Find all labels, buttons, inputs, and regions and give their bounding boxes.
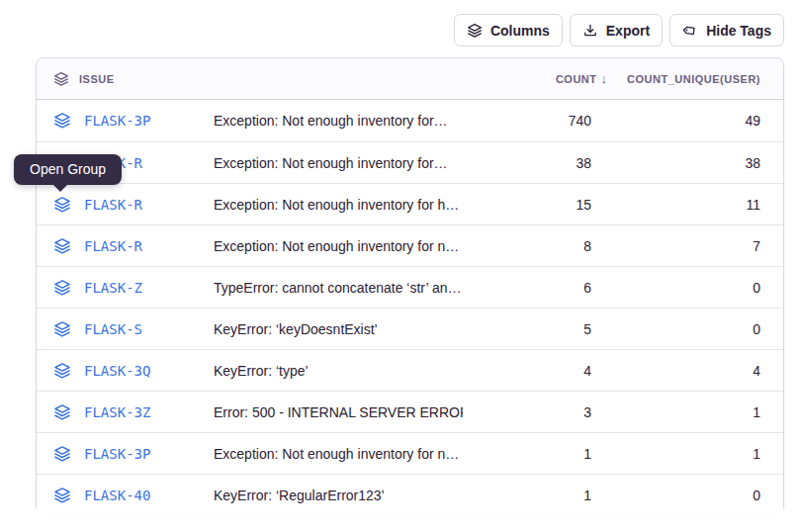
issue-title: KeyError: ‘keyDoesntExist’ xyxy=(214,321,463,337)
issue-link[interactable]: FLASK-3P xyxy=(84,113,150,129)
results-table: ISSUE COUNT↓ COUNT_UNIQUE(USER) FLASK-3P… xyxy=(36,57,784,514)
table-row: FLASK-40 KeyError: ‘RegularError123’ 1 0 xyxy=(37,474,783,515)
issue-title: Exception: Not enough inventory for n… xyxy=(214,238,463,254)
count-unique-value: 7 xyxy=(591,238,760,254)
open-group-stack-icon[interactable] xyxy=(53,362,71,380)
issue-cell: FLASK-3P xyxy=(37,445,214,463)
hide-tags-button[interactable]: Hide Tags xyxy=(669,14,784,46)
issue-cell: FLASK-3P xyxy=(37,112,214,130)
count-value: 38 xyxy=(463,155,591,171)
tag-icon xyxy=(682,23,698,39)
table-row: FLASK-R Exception: Not enough inventory … xyxy=(37,183,783,224)
count-value: 4 xyxy=(463,363,591,379)
issue-title: TypeError: cannot concatenate ‘str’ an… xyxy=(214,280,463,296)
issue-title: Error: 500 - INTERNAL SERVER ERROR xyxy=(214,404,463,420)
issue-cell: FLASK-R xyxy=(37,196,214,214)
issue-title: Exception: Not enough inventory for n… xyxy=(214,446,463,462)
open-group-stack-icon[interactable] xyxy=(53,237,71,255)
issue-title: KeyError: ‘type’ xyxy=(214,363,463,379)
count-unique-value: 0 xyxy=(591,488,760,503)
open-group-stack-icon[interactable] xyxy=(53,112,71,130)
open-group-stack-icon[interactable] xyxy=(53,320,71,338)
stack-icon xyxy=(53,71,69,87)
count-value: 15 xyxy=(463,197,591,213)
issue-link[interactable]: FLASK-R xyxy=(84,197,142,213)
export-button[interactable]: Export xyxy=(570,14,663,46)
issue-cell: FLASK-R xyxy=(37,237,214,255)
issue-title: Exception: Not enough inventory for h… xyxy=(214,197,463,213)
count-unique-value: 4 xyxy=(591,363,760,379)
open-group-stack-icon[interactable] xyxy=(53,196,71,214)
count-unique-value: 1 xyxy=(591,446,760,462)
table-row: FLASK-3Z Error: 500 - INTERNAL SERVER ER… xyxy=(37,391,783,432)
issue-cell: FLASK-40 xyxy=(37,487,214,504)
columns-button-label: Columns xyxy=(490,23,550,39)
count-unique-value: 1 xyxy=(591,404,760,420)
issue-title: KeyError: ‘RegularError123’ xyxy=(214,488,463,503)
count-value: 5 xyxy=(463,321,591,337)
table-row: FLASK-3P Exception: Not enough inventory… xyxy=(37,100,783,141)
table-row: FLASK-Z TypeError: cannot concatenate ‘s… xyxy=(37,266,783,308)
table-body: FLASK-3P Exception: Not enough inventory… xyxy=(37,100,783,515)
count-unique-value: 0 xyxy=(591,280,760,296)
open-group-stack-icon[interactable] xyxy=(53,403,71,421)
open-group-stack-icon[interactable] xyxy=(53,487,71,504)
columns-button[interactable]: Columns xyxy=(454,14,563,46)
issue-cell: FLASK-3Z xyxy=(37,403,214,421)
issue-link[interactable]: FLASK-R xyxy=(84,238,142,254)
export-button-label: Export xyxy=(606,23,650,39)
download-icon xyxy=(582,23,598,39)
count-column-header[interactable]: COUNT↓ xyxy=(463,71,591,86)
stack-icon xyxy=(467,23,483,39)
open-group-stack-icon[interactable] xyxy=(53,445,71,463)
issue-link[interactable]: FLASK-Z xyxy=(84,280,142,296)
count-unique-value: 11 xyxy=(591,197,760,213)
open-group-tooltip: Open Group xyxy=(14,154,122,185)
issue-cell: FLASK-3Q xyxy=(37,362,214,380)
count-unique-column-header[interactable]: COUNT_UNIQUE(USER) xyxy=(591,73,760,85)
count-unique-value: 38 xyxy=(591,155,760,171)
count-unique-column-label: COUNT_UNIQUE(USER) xyxy=(627,73,760,85)
count-value: 1 xyxy=(463,446,591,462)
count-value: 8 xyxy=(463,238,591,254)
table-header: ISSUE COUNT↓ COUNT_UNIQUE(USER) xyxy=(37,58,783,100)
issue-cell: FLASK-S xyxy=(37,320,214,338)
table-row: FLASK-3P Exception: Not enough inventory… xyxy=(37,432,783,474)
issue-title: Exception: Not enough inventory for… xyxy=(214,155,463,171)
count-value: 6 xyxy=(463,280,591,296)
open-group-stack-icon[interactable] xyxy=(53,279,71,297)
count-value: 3 xyxy=(463,404,591,420)
issue-link[interactable]: FLASK-40 xyxy=(84,488,150,503)
issue-column-header[interactable]: ISSUE xyxy=(37,71,214,87)
count-unique-value: 0 xyxy=(591,321,760,337)
issue-link[interactable]: FLASK-S xyxy=(84,321,142,337)
table-row: FLASK-S KeyError: ‘keyDoesntExist’ 5 0 xyxy=(37,308,783,349)
issue-link[interactable]: FLASK-3Z xyxy=(84,404,150,420)
count-unique-value: 49 xyxy=(591,113,760,129)
issue-column-label: ISSUE xyxy=(79,73,115,85)
issue-title: Exception: Not enough inventory for… xyxy=(214,113,463,129)
count-value: 740 xyxy=(463,113,591,129)
issue-link[interactable]: FLASK-3P xyxy=(84,446,150,462)
hide-tags-button-label: Hide Tags xyxy=(706,23,771,39)
issue-link[interactable]: FLASK-3Q xyxy=(84,363,150,379)
issue-cell: FLASK-Z xyxy=(37,279,214,297)
table-row: FLASK-R Exception: Not enough inventory … xyxy=(37,141,783,183)
table-row: FLASK-3Q KeyError: ‘type’ 4 4 xyxy=(37,349,783,391)
table-row: FLASK-R Exception: Not enough inventory … xyxy=(37,224,783,266)
toolbar: Columns Export Hide Tags xyxy=(454,14,784,46)
count-value: 1 xyxy=(463,488,591,503)
